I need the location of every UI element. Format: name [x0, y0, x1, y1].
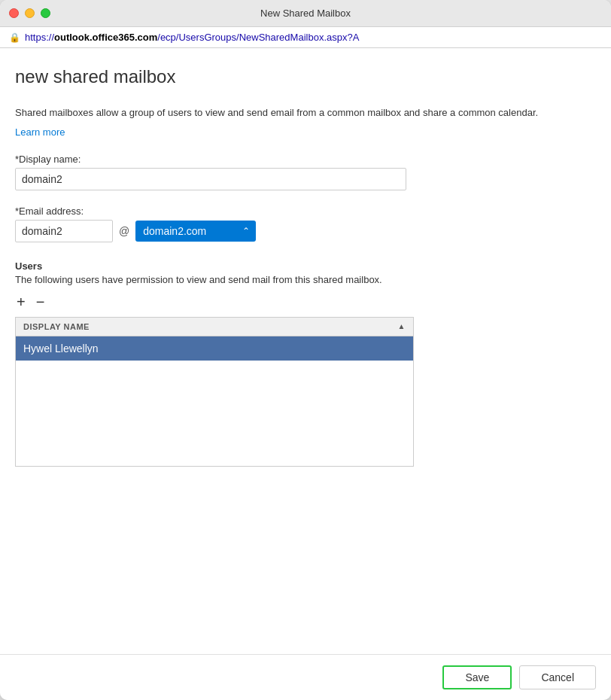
traffic-lights [9, 8, 50, 18]
add-user-button[interactable]: + [15, 294, 27, 309]
address-domain: outlook.office365.com [54, 32, 157, 43]
users-table: DISPLAY NAME ▲ Hywel Llewellyn [15, 317, 414, 467]
table-header: DISPLAY NAME ▲ [16, 318, 413, 336]
display-name-column-header: DISPLAY NAME [23, 322, 90, 331]
learn-more-link[interactable]: Learn more [15, 126, 65, 138]
domain-select[interactable]: domain2.com [135, 221, 256, 242]
email-row: @ domain2.com ⌃ [15, 220, 596, 242]
email-local-input[interactable] [15, 220, 113, 242]
save-button[interactable]: Save [442, 665, 512, 689]
at-sign: @ [119, 225, 129, 237]
users-table-container: DISPLAY NAME ▲ Hywel Llewellyn Shared Ma… [15, 317, 596, 467]
window: New Shared Mailbox 🔒 https://outlook.off… [0, 0, 611, 700]
footer: Save Cancel [0, 654, 611, 700]
description-text: Shared mailboxes allow a group of users … [15, 105, 596, 120]
display-name-section: *Display name: [15, 154, 596, 190]
sort-arrow-icon: ▲ [398, 322, 406, 330]
remove-user-button[interactable]: − [35, 294, 47, 309]
address-text: https://outlook.office365.com/ecp/UsersG… [25, 32, 359, 43]
maximize-button[interactable] [41, 8, 50, 18]
display-name-input[interactable] [15, 168, 406, 190]
email-address-section: *Email address: @ domain2.com ⌃ [15, 205, 596, 242]
table-empty-area [16, 361, 413, 466]
window-title: New Shared Mailbox [260, 8, 351, 19]
user-controls: + − [15, 294, 596, 309]
users-title: Users [15, 260, 596, 272]
page-title: new shared mailbox [15, 66, 596, 87]
address-bar: 🔒 https://outlook.office365.com/ecp/User… [0, 27, 611, 48]
address-protocol: https:// [25, 32, 54, 43]
minimize-button[interactable] [25, 8, 35, 18]
cancel-button[interactable]: Cancel [519, 665, 596, 689]
users-section: Users The following users have permissio… [15, 260, 596, 467]
address-path: /ecp/UsersGroups/NewSharedMailbox.aspx?A [157, 32, 359, 43]
users-description: The following users have permission to v… [15, 273, 596, 287]
display-name-label: *Display name: [15, 154, 596, 165]
domain-select-wrapper: domain2.com ⌃ [135, 221, 256, 242]
title-bar: New Shared Mailbox [0, 0, 611, 27]
content-area: new shared mailbox Shared mailboxes allo… [0, 48, 611, 654]
email-address-label: *Email address: [15, 205, 596, 217]
close-button[interactable] [9, 8, 19, 18]
lock-icon: 🔒 [9, 32, 20, 43]
table-row[interactable]: Hywel Llewellyn [16, 336, 413, 361]
